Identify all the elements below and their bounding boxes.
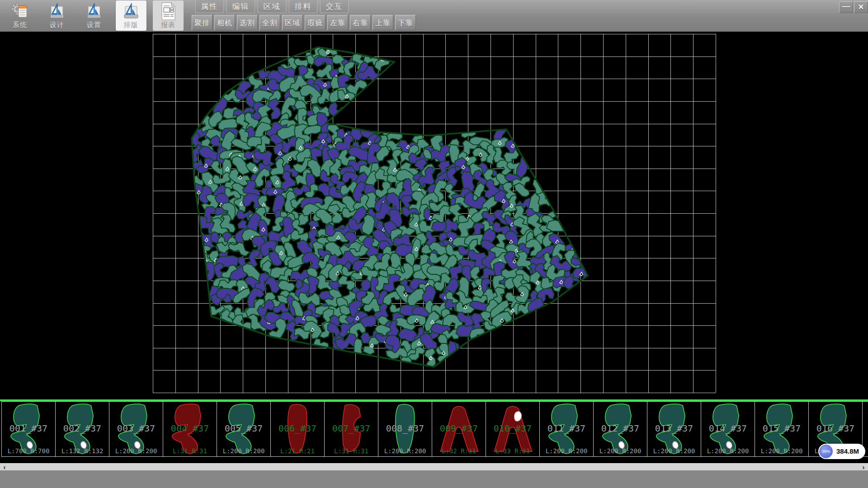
set-square-icon [85, 2, 104, 21]
menu-tab-edit[interactable]: 编辑 [226, 0, 255, 13]
piece-thumbnail-005_#37[interactable]: 005_#37L:200 R:200 [217, 401, 271, 457]
bottom-status-area [0, 470, 868, 488]
app-button-settings-label: 设置 [79, 21, 109, 29]
close-icon: ✕ [858, 3, 864, 11]
piece-thumbnail-011_#37[interactable]: 011_#37L:200 R:200 [540, 401, 594, 457]
piece-thumbnail-001_#37[interactable]: 001_#37L:700 R:700 [1, 401, 56, 457]
piece-lr-count-label: L:200 R:200 [755, 447, 808, 455]
strip-bottom-gap [0, 457, 868, 463]
piece-thumbnail-007_#37[interactable]: 007_#37L:31 R:31 [325, 401, 378, 457]
menu-tab-properties[interactable]: 属性 [195, 0, 224, 13]
piece-lr-count-label: L:31 R:31 [163, 447, 217, 455]
piece-lr-count-label: L:21 R:21 [271, 447, 324, 455]
tool-cluster-nest[interactable]: 聚排 [192, 15, 212, 30]
application-window: 系统设计设置排版报表 属性编辑区域排料交互 聚排相机选割全割区域瑕疵左靠右靠上靠… [0, 0, 868, 488]
minimize-icon: — [842, 2, 850, 11]
piece-number-label: 006_#37 [271, 423, 324, 434]
app-button-system-label: 系统 [5, 21, 35, 29]
piece-thumbnail-006_#37[interactable]: 006_#37L:21 R:21 [271, 401, 325, 457]
tool-defect[interactable]: 瑕疵 [305, 15, 326, 30]
piece-lr-count-label: L:31 R:31 [325, 447, 378, 455]
piece-lr-count-label: L:200 R:200 [378, 447, 432, 455]
piece-lr-count-label: L:700 R:700 [2, 447, 55, 455]
tool-region[interactable]: 区域 [282, 15, 303, 30]
tool-align-bottom[interactable]: 下靠 [395, 15, 416, 30]
piece-thumbnail-010_#37[interactable]: 010_#37L:33 R:33 [486, 401, 540, 457]
tool-align-right[interactable]: 右靠 [350, 15, 371, 30]
app-button-report[interactable]: 报表 [153, 0, 184, 31]
app-button-design[interactable]: 设计 [42, 0, 72, 31]
tool-select-cut[interactable]: 选割 [237, 15, 258, 30]
piece-number-label: 013_#37 [647, 423, 701, 434]
piece-lr-count-label: L:32 R:31 [432, 447, 486, 455]
piece-thumbnail-014_#37[interactable]: 014_#37L:200 R:200 [701, 401, 755, 457]
tool-camera[interactable]: 相机 [214, 15, 235, 30]
piece-number-label: 001_#37 [2, 423, 55, 434]
set-square-icon [47, 2, 66, 21]
piece-number-label: 017_#37 [863, 423, 868, 434]
menu-tab-interact[interactable]: 交互 [320, 0, 349, 13]
tool-align-top[interactable]: 上靠 [373, 15, 393, 30]
system-gear-icon [10, 2, 29, 21]
piece-lr-count-label: L:200 R:200 [647, 447, 701, 455]
horizontal-scrollbar[interactable]: ‹ › [0, 463, 868, 470]
app-button-nesting-label: 排版 [116, 21, 146, 29]
piece-number-label: 010_#37 [486, 423, 539, 434]
set-square-icon [122, 2, 141, 21]
piece-lr-count-label: L:200 R:200 [109, 447, 163, 455]
scroll-right-icon[interactable]: › [860, 464, 867, 471]
menu-tab-region[interactable]: 区域 [258, 0, 286, 13]
piece-thumbnail-004_#37[interactable]: 004_#37L:31 R:31 [163, 401, 217, 457]
piece-number-label: 002_#37 [56, 423, 109, 434]
piece-thumbnail-009_#37[interactable]: 009_#37L:32 R:31 [432, 401, 486, 457]
piece-thumbnail-002_#37[interactable]: 002_#37L:132 R:132 [56, 401, 109, 457]
app-button-report-label: 报表 [153, 21, 184, 29]
tool-cut-all[interactable]: 全割 [259, 15, 280, 30]
piece-number-label: 012_#37 [594, 423, 647, 434]
piece-lr-count-label: L:200 R:200 [540, 447, 593, 455]
piece-number-label: 009_#37 [432, 423, 486, 434]
piece-number-label: 014_#37 [701, 423, 755, 434]
minimize-button[interactable]: — [839, 1, 853, 13]
piece-number-label: 003_#37 [109, 423, 163, 434]
progress-percent-badge: 38% [819, 445, 833, 458]
piece-number-label: 016_#37 [809, 423, 862, 434]
piece-lr-count-label: L:33 R:33 [486, 447, 539, 455]
piece-lr-count-label: L:200 R:200 [217, 447, 270, 455]
app-button-settings[interactable]: 设置 [79, 0, 109, 31]
piece-thumbnail-013_#37[interactable]: 013_#37L:200 R:200 [647, 401, 701, 457]
report-icon [159, 2, 178, 21]
piece-thumbnail-008_#37[interactable]: 008_#37L:200 R:200 [378, 401, 432, 457]
status-badge: 38% 384.8M [818, 444, 865, 459]
piece-number-label: 005_#37 [217, 423, 270, 434]
piece-thumbnail-003_#37[interactable]: 003_#37L:200 R:200 [109, 401, 163, 457]
app-button-design-label: 设计 [42, 21, 72, 29]
menu-tab-nesting[interactable]: 排料 [289, 0, 317, 13]
piece-number-label: 011_#37 [540, 423, 593, 434]
piece-number-label: 007_#37 [325, 423, 378, 434]
close-button[interactable]: ✕ [854, 1, 868, 13]
piece-number-label: 015_#37 [755, 423, 808, 434]
tool-align-left[interactable]: 左靠 [327, 15, 348, 30]
piece-lr-count-label: L:200 R:200 [594, 447, 647, 455]
piece-thumbnail-015_#37[interactable]: 015_#37L:200 R:200 [755, 401, 809, 457]
piece-thumbnail-012_#37[interactable]: 012_#37L:200 R:200 [594, 401, 647, 457]
piece-thumbnail-strip: 001_#37L:700 R:700002_#37L:132 R:132003_… [0, 399, 868, 457]
app-button-nesting[interactable]: 排版 [116, 0, 146, 31]
piece-number-label: 004_#37 [163, 423, 217, 434]
memory-usage-value: 384.8M [836, 447, 859, 455]
piece-lr-count-label: L:132 R:132 [56, 447, 109, 455]
scroll-left-icon[interactable]: ‹ [1, 464, 8, 471]
app-button-system[interactable]: 系统 [5, 0, 35, 31]
nesting-canvas[interactable] [0, 32, 868, 399]
piece-number-label: 008_#37 [378, 423, 432, 434]
piece-thumbnail-list: 001_#37L:700 R:700002_#37L:132 R:132003_… [1, 401, 868, 457]
main-toolbar: 系统设计设置排版报表 属性编辑区域排料交互 聚排相机选割全割区域瑕疵左靠右靠上靠… [0, 0, 868, 32]
piece-lr-count-label: L:200 R:200 [701, 447, 755, 455]
